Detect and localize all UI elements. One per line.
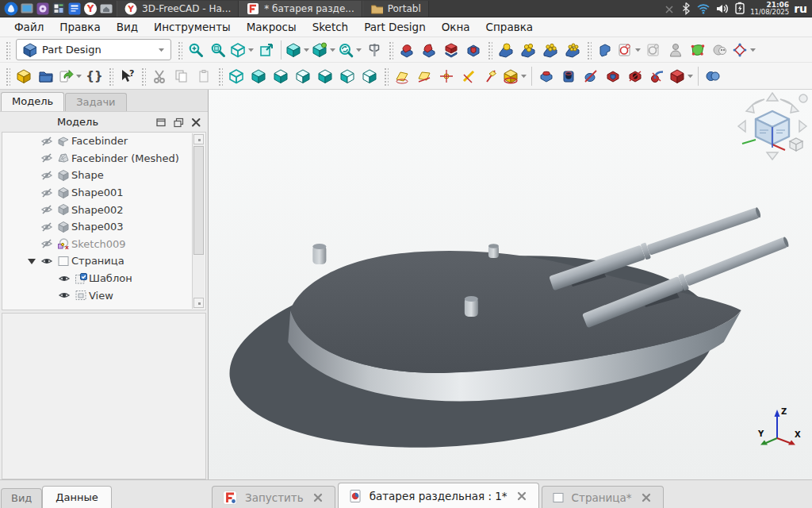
- zoom-tools-icon[interactable]: [338, 40, 362, 60]
- axonometric-views-icon[interactable]: [230, 40, 255, 60]
- tree-scrollbar[interactable]: [192, 133, 205, 309]
- datum-plane-icon[interactable]: [392, 66, 412, 87]
- toolbar-handle[interactable]: [108, 67, 113, 86]
- toolbar-handle[interactable]: [383, 67, 389, 86]
- datum-line-icon[interactable]: [458, 66, 479, 87]
- toolbar-handle[interactable]: [5, 40, 10, 60]
- dock-shade-button[interactable]: [154, 115, 168, 129]
- dropdown-arrow[interactable]: [520, 74, 527, 79]
- groove-feature-icon[interactable]: [625, 66, 645, 87]
- additive-primitive-icon[interactable]: [441, 40, 462, 60]
- wifi-icon[interactable]: [696, 2, 710, 14]
- thickness-icon[interactable]: [562, 40, 583, 60]
- dropdown-arrow[interactable]: [634, 48, 642, 52]
- toolbar-handle[interactable]: [177, 40, 182, 60]
- view-front-icon[interactable]: [293, 66, 313, 87]
- keyboard-layout-indicator[interactable]: ru: [794, 3, 807, 14]
- toolbar-handle[interactable]: [388, 40, 393, 60]
- local-cs-icon[interactable]: [503, 66, 527, 87]
- hole-feature-icon[interactable]: [558, 66, 579, 87]
- export-icon[interactable]: [58, 66, 82, 87]
- tree-item[interactable]: x Sketch009: [2, 236, 205, 253]
- scroll-up-button[interactable]: [193, 134, 204, 144]
- tab-start-page[interactable]: Запустить: [212, 486, 335, 508]
- dropdown-arrow[interactable]: [687, 74, 694, 79]
- dropdown-arrow[interactable]: [355, 48, 362, 52]
- bluetooth-icon[interactable]: [680, 2, 691, 15]
- chamfer-icon[interactable]: [518, 40, 538, 60]
- tree-item[interactable]: Shape003: [2, 218, 205, 236]
- open-document-icon[interactable]: [36, 66, 56, 87]
- menu-item[interactable]: Инструменты: [146, 19, 239, 35]
- tree-item[interactable]: Страница: [2, 252, 205, 270]
- paste-icon[interactable]: [193, 66, 214, 87]
- expander-icon[interactable]: [25, 256, 39, 267]
- navigation-cube[interactable]: [736, 92, 809, 165]
- boolean-operation-icon[interactable]: [703, 66, 723, 87]
- revolution-feature-icon[interactable]: [580, 66, 601, 87]
- launcher-office-icon[interactable]: [67, 1, 82, 17]
- pocket-icon[interactable]: [463, 40, 484, 60]
- draw-style-icon[interactable]: [285, 40, 310, 60]
- dock-close-button[interactable]: [189, 115, 203, 129]
- turret-model[interactable]: [209, 90, 812, 479]
- volume-icon[interactable]: [715, 2, 730, 15]
- taskbar-window-browser[interactable]: Y 3D-FreeCAD - Ha...: [117, 1, 239, 17]
- close-tab-icon[interactable]: [515, 489, 529, 503]
- tree-item[interactable]: Shape002: [2, 201, 205, 218]
- dock-float-button[interactable]: [171, 115, 186, 129]
- menu-item[interactable]: Вид: [109, 19, 146, 35]
- pad-icon[interactable]: [396, 40, 417, 60]
- toolbar-handle[interactable]: [5, 67, 10, 86]
- toolbar-handle[interactable]: [586, 40, 592, 60]
- dock-tab-model[interactable]: Модель: [1, 92, 64, 111]
- tree-item[interactable]: Shape: [2, 167, 205, 184]
- revolution-icon[interactable]: [419, 40, 439, 60]
- launcher-utilities-icon[interactable]: [51, 1, 67, 17]
- create-body-icon[interactable]: [595, 40, 615, 60]
- toolbar-handle[interactable]: [487, 40, 492, 60]
- toolbar-handle[interactable]: [217, 67, 223, 86]
- zoom-border-icon[interactable]: [186, 40, 206, 60]
- workbench-selector[interactable]: Part Design: [16, 39, 171, 60]
- view-isometric-icon[interactable]: [270, 66, 291, 87]
- 3d-viewport[interactable]: Z Y X: [209, 90, 812, 479]
- dropdown-arrow[interactable]: [329, 48, 336, 52]
- dropdown-arrow[interactable]: [75, 74, 82, 79]
- dock-tab-tasks[interactable]: Задачи: [65, 93, 126, 111]
- taskbar-window-folder[interactable]: Portabl: [362, 1, 429, 17]
- std-views-icon[interactable]: [312, 40, 336, 60]
- launcher-media-icon[interactable]: [35, 1, 51, 17]
- whats-this-icon[interactable]: ?: [117, 66, 137, 87]
- launcher-panel-icon[interactable]: [3, 1, 19, 17]
- view-rear-icon[interactable]: [359, 66, 380, 87]
- property-tab-data[interactable]: Данные: [42, 486, 111, 508]
- dropdown-arrow[interactable]: [247, 48, 255, 52]
- view-shaded-icon[interactable]: [248, 66, 269, 87]
- fit-selection-icon[interactable]: [256, 40, 277, 60]
- subtractive-pipe-icon[interactable]: [647, 66, 668, 87]
- view-right-icon[interactable]: [337, 66, 358, 87]
- shape-binder-icon[interactable]: [710, 40, 730, 60]
- menu-item[interactable]: Макросы: [239, 19, 304, 35]
- toolbar-handle[interactable]: [140, 67, 146, 86]
- close-tab-icon[interactable]: [311, 491, 325, 505]
- tree-item[interactable]: View: [2, 287, 205, 304]
- scroll-down-button[interactable]: [193, 298, 204, 308]
- edit-sketch-icon[interactable]: [643, 40, 664, 60]
- menu-item[interactable]: Файл: [6, 19, 52, 35]
- menu-item[interactable]: Правка: [52, 19, 108, 35]
- map-sketch-icon[interactable]: [665, 40, 686, 60]
- macro-icon[interactable]: {}: [84, 66, 105, 87]
- fillet-icon[interactable]: [496, 40, 516, 60]
- create-sketch-icon[interactable]: [617, 40, 642, 60]
- view-top-icon[interactable]: [315, 66, 335, 87]
- menu-item[interactable]: Sketch: [304, 19, 356, 35]
- close-tab-icon[interactable]: [639, 491, 653, 505]
- menu-item[interactable]: Окна: [434, 19, 478, 35]
- measure-icon[interactable]: [364, 40, 385, 60]
- launcher-home-icon[interactable]: [98, 1, 114, 17]
- validate-sketch-icon[interactable]: [688, 40, 708, 60]
- tree-item[interactable]: Shape001: [2, 184, 205, 202]
- tree-item[interactable]: Facebinder (Meshed): [2, 150, 205, 167]
